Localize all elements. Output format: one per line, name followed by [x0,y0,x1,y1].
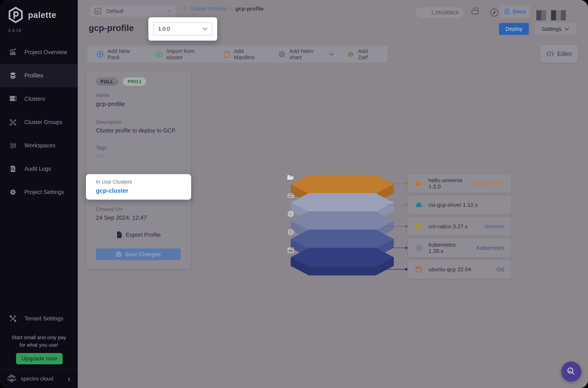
sidebar-footer: spectro cloud ‹ [0,369,78,388]
magnifier-icon [565,366,577,377]
in-use-clusters-spotlight: In Use Clusters gcp-cluster [86,174,191,200]
upgrade-promo-text: Start small and only pay for what you us… [0,334,78,349]
sidebar-item-label: Tenant Settings [24,315,63,322]
nodes-icon [9,118,17,126]
docs-button[interactable]: Docs [500,5,530,18]
spectro-cloud-logo-icon [7,374,17,384]
project-switcher[interactable]: Default [90,5,176,17]
add-manifest-button[interactable]: Add Manifest [224,48,265,60]
gear-icon [9,188,17,196]
pack-name: ubuntu-gcp 22.04 [429,266,491,272]
chat-icon[interactable] [470,7,481,18]
sidebar-item-label: Cluster Groups [24,119,62,125]
tags-value: n/a [96,153,104,159]
chart-icon [9,48,17,56]
upgrade-now-button[interactable]: Upgrade now [16,353,63,364]
connector-line [386,205,407,205]
servers-icon [9,95,17,103]
tags-label: Tags [96,145,107,151]
sidebar-item-audit-logs[interactable]: Audit Logs [0,157,78,181]
sidebar-item-workspaces[interactable]: Workspaces [0,134,78,157]
app-window: palette 4.4.19 Project Overview Profiles [0,0,588,388]
pack-category: Kubernetes [476,245,504,251]
pack-card-ubuntu-gcp[interactable]: ubuntu-gcp 22.04 OS [408,260,511,279]
connector-line [386,226,407,227]
manifest-icon [224,50,230,58]
pack-category: Network [484,223,504,230]
save-changes-button[interactable]: Save Changes [96,248,181,260]
window-icon [415,265,423,274]
settings-button[interactable]: Settings [535,23,576,35]
profile-badges: FULL PROJ [96,77,146,86]
chevron-down-icon [203,27,207,30]
pack-card-csi-gcp-driver[interactable]: csi-gcp-driver 1.12.x Storage [408,196,511,214]
sidebar-item-label: Project Settings [24,189,64,195]
import-icon [156,50,163,58]
sidebar-item-clusters[interactable]: Clusters [0,87,78,111]
helm-icon [278,50,286,58]
sidebar-item-project-settings[interactable]: Project Settings [0,181,78,204]
sidebar-item-project-overview[interactable]: Project Overview [0,41,78,64]
pack-card-cni-calico[interactable]: cni-calico 3.27.x Network [408,217,511,236]
breadcrumb-separator: / [230,6,232,12]
audit-icon [9,165,17,173]
usage-meter: 1.29/100kCh [416,7,463,18]
app-version: 4.4.19 [8,28,21,33]
compass-icon[interactable] [489,7,499,18]
in-use-cluster-link[interactable]: gcp-cluster [96,187,128,194]
pack-name: cni-calico 3.27.x [429,223,479,230]
pack-card-hello-universe[interactable]: hello-universe 1.2.0 App services [408,174,511,193]
editor-button[interactable]: Editor [540,45,578,63]
sidebar-item-profiles[interactable]: Profiles [0,64,78,87]
pack-name: hello-universe 1.2.0 [429,177,468,190]
stack-layer-os[interactable] [291,246,394,277]
profile-version-value: 1.0.0 [158,26,203,32]
sidebar-item-label: Project Overview [24,49,67,56]
sidebar-item-tenant-settings[interactable]: Tenant Settings [0,307,78,330]
globe-icon [415,222,423,231]
pack-category: OS [497,266,504,272]
breadcrumb: / Cluster Profiles / gcp-profile [184,0,264,18]
breadcrumb-link-cluster-profiles[interactable]: Cluster Profiles [189,6,226,12]
pack-card-kubernetes[interactable]: kubernetes 1.28.x Kubernetes [408,239,511,257]
add-zarf-button[interactable]: Add Zarf [347,48,378,60]
sidebar-item-label: Workspaces [24,142,55,149]
toolbar-label: Import from cluster [167,48,211,60]
sidebar-item-cluster-groups[interactable]: Cluster Groups [0,111,78,134]
project-name: Default [106,8,163,14]
import-from-cluster-button[interactable]: Import from cluster [156,48,211,60]
save-icon [116,252,122,257]
promo-line-2: for what you use! [0,341,78,349]
breadcrumb-current: gcp-profile [235,6,264,12]
layers-icon [9,72,17,80]
deploy-button[interactable]: Deploy [499,23,529,35]
brand-name: palette [28,10,56,20]
project-icon [94,7,102,15]
docs-label: Docs [512,8,526,15]
chevron-down-icon [330,53,334,56]
sidebar-item-label: Audit Logs [24,166,51,172]
add-new-pack-button[interactable]: Add New Pack [96,48,142,60]
sidebar: palette 4.4.19 Project Overview Profiles [0,0,78,388]
chevron-down-icon [167,10,172,12]
help-search-button[interactable] [561,362,581,382]
created-on-value: 24 Sep 2024, 12:47 [96,214,147,221]
helm-icon [415,244,423,252]
brand-logo: palette [7,7,56,23]
footer-brand: spectro cloud [21,376,53,382]
promo-line-1: Start small and only pay [0,334,78,341]
toolbar-label: Add Zarf [358,48,378,60]
collapse-sidebar-icon[interactable]: ‹ [68,375,70,383]
version-spotlight: 1.0.0 [148,17,217,41]
orbit-icon [9,141,17,150]
plus-circle-icon [96,50,104,58]
name-label: Name [96,92,110,98]
pack-name: csi-gcp-driver 1.12.x [429,202,480,208]
helm-icon [287,228,295,236]
export-profile-button[interactable]: Export Profile [86,231,191,239]
add-helm-chart-button[interactable]: Add Helm chart [278,48,334,60]
in-use-clusters-label: In Use Clusters [96,179,132,185]
user-info-redacted [531,10,566,20]
badge-proj: PROJ [123,77,146,86]
profile-version-select[interactable]: 1.0.0 [154,23,212,35]
